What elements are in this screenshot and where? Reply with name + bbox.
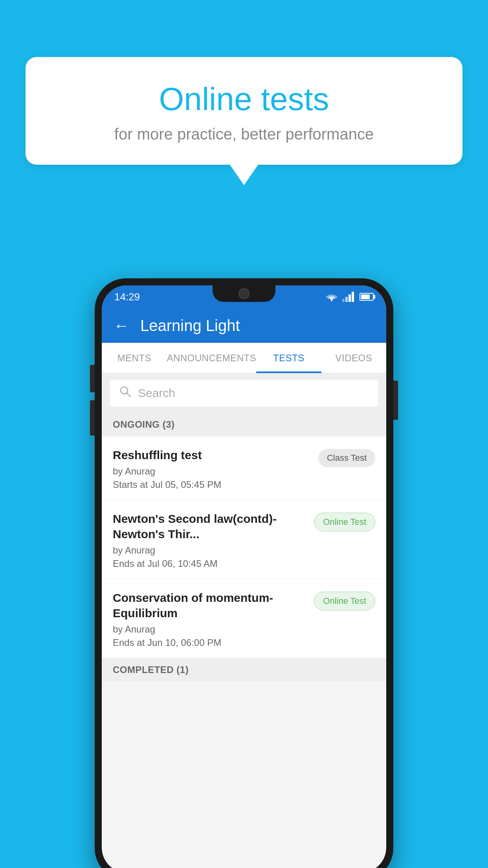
tab-announcements[interactable]: ANNOUNCEMENTS <box>167 343 256 373</box>
phone-notch <box>213 285 275 302</box>
signal-icon <box>342 292 354 302</box>
test-title-2: Newton's Second law(contd)-Newton's Thir… <box>113 511 306 542</box>
svg-rect-2 <box>345 297 348 302</box>
svg-rect-3 <box>349 294 351 302</box>
status-time: 14:29 <box>114 291 140 303</box>
speech-bubble-container: Online tests for more practice, better p… <box>26 57 462 165</box>
volume-up-button[interactable] <box>90 365 95 392</box>
bubble-title: Online tests <box>57 81 431 118</box>
test-author-1: by Anurag <box>113 466 310 477</box>
phone-frame: 14:29 <box>95 278 393 868</box>
search-placeholder: Search <box>138 386 175 400</box>
test-item-3[interactable]: Conservation of momentum-Equilibrium by … <box>102 579 386 658</box>
test-info-2: Newton's Second law(contd)-Newton's Thir… <box>113 511 306 569</box>
test-title-3: Conservation of momentum-Equilibrium <box>113 590 306 621</box>
test-badge-3: Online Test <box>314 592 375 611</box>
test-list: Reshuffling test by Anurag Starts at Jul… <box>102 436 386 658</box>
test-item-2[interactable]: Newton's Second law(contd)-Newton's Thir… <box>102 500 386 579</box>
search-icon <box>119 385 132 401</box>
tab-tests[interactable]: TESTS <box>256 343 321 373</box>
test-author-3: by Anurag <box>113 624 306 635</box>
app-title: Learning Light <box>140 317 240 335</box>
test-info-1: Reshuffling test by Anurag Starts at Jul… <box>113 447 310 490</box>
test-date-2: Ends at Jul 06, 10:45 AM <box>113 558 306 569</box>
search-bar[interactable]: Search <box>110 380 378 406</box>
ongoing-section-header: ONGOING (3) <box>102 413 386 436</box>
test-date-3: Ends at Jun 10, 06:00 PM <box>113 637 306 648</box>
test-badge-2: Online Test <box>314 513 375 531</box>
wifi-icon <box>325 292 338 302</box>
status-icons <box>325 292 374 302</box>
search-container: Search <box>102 373 386 413</box>
test-item-1[interactable]: Reshuffling test by Anurag Starts at Jul… <box>102 436 386 500</box>
svg-line-6 <box>127 393 130 397</box>
front-camera <box>238 288 250 299</box>
test-date-1: Starts at Jul 05, 05:45 PM <box>113 479 310 490</box>
power-button[interactable] <box>393 381 398 420</box>
tab-videos[interactable]: VIDEOS <box>321 343 386 373</box>
svg-point-0 <box>331 300 332 302</box>
test-title-1: Reshuffling test <box>113 447 310 463</box>
volume-down-button[interactable] <box>90 400 95 436</box>
speech-bubble: Online tests for more practice, better p… <box>26 57 462 165</box>
tab-ments[interactable]: MENTS <box>102 343 167 373</box>
test-badge-1: Class Test <box>318 449 375 467</box>
app-header: ← Learning Light <box>102 308 386 343</box>
battery-icon <box>360 293 374 301</box>
test-info-3: Conservation of momentum-Equilibrium by … <box>113 590 306 648</box>
phone-outer: 14:29 <box>95 278 393 868</box>
test-author-2: by Anurag <box>113 545 306 556</box>
bubble-subtitle: for more practice, better performance <box>57 125 431 143</box>
tabs-bar: MENTS ANNOUNCEMENTS TESTS VIDEOS <box>102 343 386 373</box>
svg-rect-1 <box>342 299 345 302</box>
back-button[interactable]: ← <box>114 317 129 335</box>
svg-rect-4 <box>352 292 354 302</box>
phone-screen: 14:29 <box>102 285 386 868</box>
completed-section-header: COMPLETED (1) <box>102 658 386 682</box>
